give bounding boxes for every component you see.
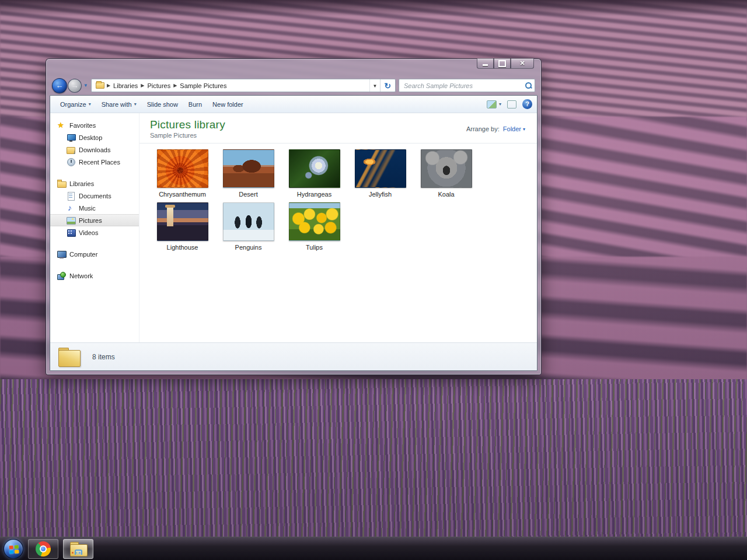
sidebar-item-music[interactable]: Music	[50, 202, 139, 214]
network-icon	[57, 271, 66, 280]
share-with-button[interactable]: Share with	[96, 99, 142, 110]
breadcrumb-libraries[interactable]: Libraries	[111, 79, 140, 92]
preview-pane-icon[interactable]	[507, 100, 516, 108]
details-pane: 8 items	[50, 342, 537, 370]
file-label: Tulips	[306, 244, 323, 251]
computer-icon	[57, 250, 66, 258]
help-icon[interactable]	[522, 99, 532, 109]
sidebar-item-videos[interactable]: Videos	[50, 226, 139, 239]
recent-pages-dropdown-icon[interactable]: ▼	[83, 83, 88, 88]
sidebar-item-documents[interactable]: Documents	[50, 190, 139, 202]
favorites-label: Favorites	[69, 122, 96, 129]
title-bar[interactable]	[50, 59, 537, 76]
file-item-jellyfish[interactable]: Jellyfish	[347, 149, 413, 198]
navigation-bar: ← → ▼ Libraries Pictures Sample Pictures	[50, 76, 537, 95]
organize-button[interactable]: Organize	[55, 99, 96, 110]
file-item-lighthouse[interactable]: Lighthouse	[149, 202, 215, 251]
address-bar[interactable]: Libraries Pictures Sample Pictures	[91, 79, 396, 92]
network-group: Network	[50, 270, 139, 282]
breadcrumb: Libraries Pictures Sample Pictures	[92, 79, 369, 92]
file-item-penguins[interactable]: Penguins	[215, 202, 281, 251]
share-with-label: Share with	[102, 101, 132, 108]
new-folder-button[interactable]: New folder	[207, 99, 249, 110]
files-grid: Chrysanthemum Desert Hydrangeas Jellyfis…	[139, 144, 537, 342]
taskbar	[0, 537, 747, 560]
sidebar-item-pictures[interactable]: Pictures	[50, 214, 139, 226]
minimize-button[interactable]	[477, 58, 494, 69]
desert-thumbnail[interactable]	[223, 149, 274, 188]
sidebar-item-libraries[interactable]: Libraries	[50, 177, 139, 190]
explorer-stand-shape	[75, 550, 82, 555]
file-item-koala[interactable]: Koala	[413, 149, 479, 198]
forward-button[interactable]: →	[68, 79, 82, 93]
folder-large-icon	[58, 348, 82, 366]
close-button[interactable]	[511, 58, 534, 69]
folder-icon	[96, 82, 104, 89]
desktop-label: Desktop	[79, 134, 102, 141]
slide-show-label: Slide show	[147, 101, 178, 108]
refresh-icon[interactable]	[380, 79, 395, 92]
desktop-icon	[67, 133, 75, 142]
content-row: Favorites Desktop Downloads Recent Place…	[50, 113, 537, 342]
computer-label: Computer	[69, 251, 97, 258]
koala-thumbnail[interactable]	[421, 149, 472, 188]
documents-icon	[67, 191, 75, 200]
breadcrumb-arrow-icon[interactable]	[106, 83, 111, 88]
downloads-label: Downloads	[79, 146, 110, 153]
music-icon	[67, 204, 75, 212]
breadcrumb-sample-pictures[interactable]: Sample Pictures	[177, 79, 229, 92]
burn-button[interactable]: Burn	[183, 99, 207, 110]
search-icon[interactable]	[525, 82, 532, 89]
pictures-icon	[67, 216, 75, 225]
sidebar-item-favorites[interactable]: Favorites	[50, 119, 139, 131]
sidebar-item-recent-places[interactable]: Recent Places	[50, 156, 139, 168]
lavender-foreground	[0, 379, 747, 537]
file-label: Desert	[239, 191, 257, 198]
breadcrumb-pictures[interactable]: Pictures	[145, 79, 173, 92]
computer-group: Computer	[50, 248, 139, 260]
start-button[interactable]	[4, 539, 23, 559]
sidebar-item-downloads[interactable]: Downloads	[50, 144, 139, 156]
file-label: Penguins	[235, 244, 262, 251]
jellyfish-thumbnail[interactable]	[355, 149, 406, 188]
recent-places-icon	[67, 158, 75, 166]
slide-show-button[interactable]: Slide show	[142, 99, 183, 110]
taskbar-chrome-button[interactable]	[28, 539, 58, 559]
lighthouse-thumbnail[interactable]	[157, 202, 208, 241]
search-input[interactable]	[404, 82, 525, 89]
libraries-icon	[57, 179, 66, 188]
windows-logo-icon	[9, 545, 19, 554]
taskbar-explorer-button[interactable]	[63, 539, 93, 559]
downloads-icon	[67, 145, 75, 154]
network-label: Network	[69, 272, 93, 279]
favorites-star-icon	[57, 121, 66, 130]
documents-label: Documents	[79, 192, 111, 200]
change-view-dropdown-icon[interactable]: ▾	[499, 102, 501, 107]
penguins-thumbnail[interactable]	[223, 202, 274, 241]
sidebar-item-network[interactable]: Network	[50, 270, 139, 282]
maximize-button[interactable]	[494, 58, 511, 69]
sidebar-item-desktop[interactable]: Desktop	[50, 131, 139, 144]
music-label: Music	[79, 205, 96, 212]
breadcrumb-arrow-icon[interactable]	[173, 83, 177, 88]
file-item-chrysanthemum[interactable]: Chrysanthemum	[149, 149, 215, 198]
change-view-icon[interactable]	[487, 100, 497, 108]
file-item-desert[interactable]: Desert	[215, 149, 281, 198]
chrysanthemum-thumbnail[interactable]	[157, 149, 208, 188]
library-header: Pictures library Sample Pictures Arrange…	[139, 113, 537, 144]
tulips-thumbnail[interactable]	[289, 202, 340, 241]
file-label: Lighthouse	[167, 244, 198, 251]
search-box[interactable]	[399, 79, 535, 92]
address-dropdown-icon[interactable]	[369, 79, 380, 92]
sidebar-item-computer[interactable]: Computer	[50, 248, 139, 260]
pictures-label: Pictures	[79, 217, 102, 224]
back-button[interactable]: ←	[52, 78, 67, 93]
toolbar-right-controls: ▾	[487, 99, 532, 109]
new-folder-label: New folder	[212, 101, 243, 108]
file-item-tulips[interactable]: Tulips	[281, 202, 347, 251]
arrange-by-dropdown[interactable]: Folder	[503, 125, 525, 132]
file-label: Jellyfish	[369, 191, 392, 198]
file-item-hydrangeas[interactable]: Hydrangeas	[281, 149, 347, 198]
hydrangeas-thumbnail[interactable]	[289, 149, 340, 188]
breadcrumb-arrow-icon[interactable]	[140, 83, 145, 88]
